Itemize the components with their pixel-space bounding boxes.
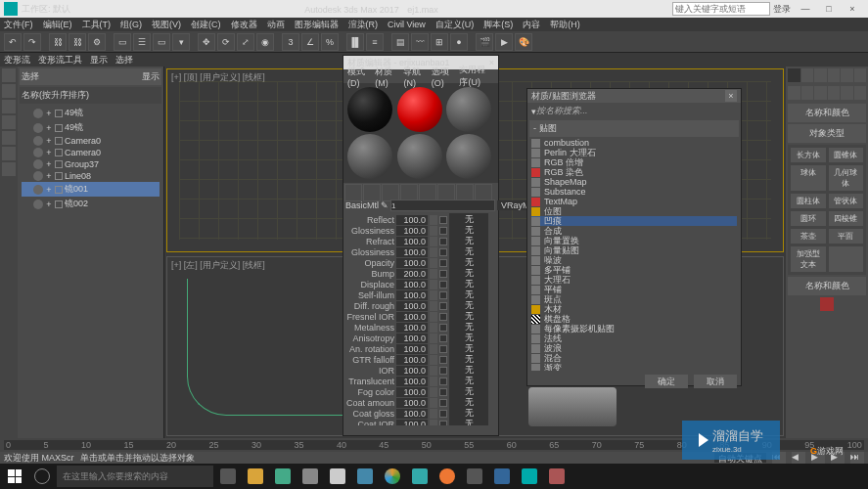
modify-tab[interactable] (801, 68, 814, 82)
param-checkbox[interactable] (439, 367, 447, 375)
lights-icon[interactable] (814, 86, 827, 100)
close-button[interactable]: × (841, 4, 864, 14)
menu-customize[interactable]: 自定义(U) (435, 19, 475, 31)
create-tab[interactable] (788, 68, 800, 82)
browser-item[interactable]: 向量贴图 (531, 245, 737, 255)
expand-icon[interactable]: + (45, 171, 53, 181)
scene-display-tab[interactable]: 显示 (142, 70, 160, 83)
menu-group[interactable]: 组(G) (120, 19, 142, 31)
expand-icon[interactable]: + (45, 200, 53, 209)
app-icon-6[interactable] (462, 464, 487, 489)
mat-menu-nav[interactable]: 导航(N) (403, 66, 425, 88)
mat-slot-6[interactable] (446, 134, 491, 179)
ltool-2[interactable] (2, 84, 16, 98)
ltool-5[interactable] (2, 131, 16, 145)
primitive-button[interactable]: 加强型文本 (791, 246, 826, 272)
param-value[interactable]: 200.0 (396, 269, 428, 279)
ribbon-all[interactable]: 变形流 (4, 54, 30, 67)
schematic-button[interactable]: ⊞ (431, 33, 448, 51)
primitive-button[interactable]: 平面 (829, 229, 864, 244)
param-value[interactable]: 100.0 (396, 301, 428, 311)
material-button[interactable]: ● (450, 33, 468, 51)
start-button[interactable] (2, 464, 27, 489)
workspace-label[interactable]: 工作区: 默认 (22, 3, 70, 16)
tree-item[interactable]: +镜001 (22, 182, 160, 197)
chrome-icon[interactable] (380, 464, 405, 489)
param-map-button[interactable]: 无 (449, 418, 488, 425)
ltool-6[interactable] (2, 147, 16, 160)
tree-item[interactable]: +49镜 (22, 120, 160, 135)
ribbon-modeling[interactable]: 变形流工具 (38, 54, 82, 67)
visibility-icon[interactable] (33, 185, 43, 195)
spinner-icon[interactable] (430, 355, 437, 365)
scene-sort-label[interactable]: 名称(按升序排序) (20, 87, 161, 104)
expand-icon[interactable]: + (45, 159, 53, 169)
param-value[interactable]: 100.0 (396, 344, 428, 354)
primitive-button[interactable]: 管状体 (829, 194, 864, 208)
obj-type-header[interactable]: 对象类型 (788, 124, 866, 143)
link-button[interactable]: ⛓ (49, 33, 67, 51)
ltool-1[interactable] (2, 68, 16, 82)
menu-animation[interactable]: 动画 (267, 19, 285, 31)
ltool-4[interactable] (2, 115, 16, 129)
primitive-button[interactable]: 圆柱体 (791, 194, 826, 208)
display-tab[interactable] (841, 68, 853, 82)
spinner-icon[interactable] (430, 215, 437, 225)
mat-menu-util[interactable]: 实用程序(U) (459, 64, 494, 89)
menu-help[interactable]: 帮助(H) (550, 19, 580, 31)
menu-civil[interactable]: Civil View (388, 20, 426, 29)
param-checkbox[interactable] (439, 259, 447, 267)
ltool-7[interactable] (2, 162, 16, 176)
scene-select-tab[interactable]: 选择 (22, 70, 39, 83)
spinner-icon[interactable] (430, 377, 437, 386)
mat-menu-mode[interactable]: 模式(D) (347, 66, 369, 88)
app-icon-7[interactable] (489, 464, 515, 489)
mat-slot-4[interactable] (347, 134, 392, 179)
select-name-button[interactable]: ☰ (133, 33, 151, 51)
bind-button[interactable]: ⚙ (88, 33, 106, 51)
browser-item[interactable]: ShapeMap (531, 177, 737, 187)
angle-snap-toggle[interactable]: ∠ (301, 33, 319, 51)
tree-item[interactable]: +49镜 (22, 106, 160, 120)
align-button[interactable]: ≡ (366, 33, 384, 51)
undo-button[interactable]: ↶ (4, 33, 22, 51)
spinner-icon[interactable] (430, 420, 437, 426)
geometry-icon[interactable] (788, 86, 800, 100)
color-swatch[interactable] (820, 297, 834, 311)
mat-slot-1[interactable] (347, 87, 392, 132)
browser-item[interactable]: 法线 (531, 333, 737, 343)
mat-name-input[interactable] (390, 200, 495, 211)
param-value[interactable]: 100.0 (396, 333, 428, 343)
select-button[interactable]: ▭ (114, 33, 131, 51)
expand-icon[interactable]: + (45, 136, 53, 146)
spinner-icon[interactable] (430, 409, 437, 419)
mat-menu-opt[interactable]: 选项(O) (432, 66, 454, 88)
spinner-icon[interactable] (430, 333, 437, 343)
spinner-icon[interactable] (430, 387, 437, 397)
snap-toggle[interactable]: 3 (282, 33, 299, 51)
param-checkbox[interactable] (439, 378, 447, 385)
param-checkbox[interactable] (439, 216, 447, 224)
param-checkbox[interactable] (439, 421, 447, 426)
param-checkbox[interactable] (439, 324, 447, 332)
param-value[interactable]: 100.0 (396, 387, 428, 397)
visibility-icon[interactable] (33, 171, 43, 181)
scale-button[interactable]: ⤢ (237, 33, 254, 51)
browser-item[interactable]: 渐变 (531, 363, 737, 371)
primitive-button[interactable]: 圆环 (791, 211, 826, 226)
hierarchy-tab[interactable] (814, 68, 827, 82)
menu-edit[interactable]: 编辑(E) (43, 19, 72, 31)
param-checkbox[interactable] (439, 270, 447, 278)
param-checkbox[interactable] (439, 410, 447, 418)
browser-cancel-button[interactable]: 取消 (694, 375, 737, 388)
param-value[interactable]: 100.0 (396, 420, 428, 426)
helpers-icon[interactable] (841, 86, 853, 100)
spinner-icon[interactable] (430, 323, 437, 333)
primitive-button[interactable]: 四棱锥 (829, 211, 864, 226)
render-frame-button[interactable]: ▶ (495, 33, 513, 51)
expand-icon[interactable]: + (45, 148, 53, 157)
visibility-icon[interactable] (33, 200, 43, 209)
spinner-icon[interactable] (430, 290, 437, 300)
material-browser-window[interactable]: 材质/贴图浏览器 × ▾ 按名称搜索... - 贴图 combustionPer… (526, 88, 742, 386)
help-search-input[interactable] (672, 2, 770, 16)
